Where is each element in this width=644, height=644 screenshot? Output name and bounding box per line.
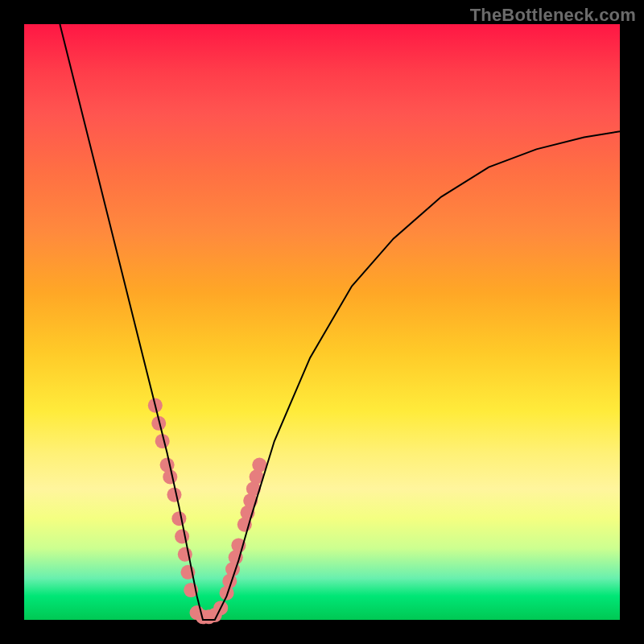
data-point bbox=[171, 511, 186, 526]
data-point bbox=[167, 488, 181, 502]
data-point bbox=[163, 469, 177, 484]
chart-svg bbox=[24, 24, 620, 620]
plot-area bbox=[24, 24, 620, 620]
data-point bbox=[252, 458, 266, 473]
data-point bbox=[175, 529, 189, 543]
curve-line bbox=[60, 24, 620, 620]
chart-container: TheBottleneck.com bbox=[0, 0, 644, 644]
data-points-group bbox=[148, 398, 267, 625]
watermark-text: TheBottleneck.com bbox=[470, 5, 636, 26]
